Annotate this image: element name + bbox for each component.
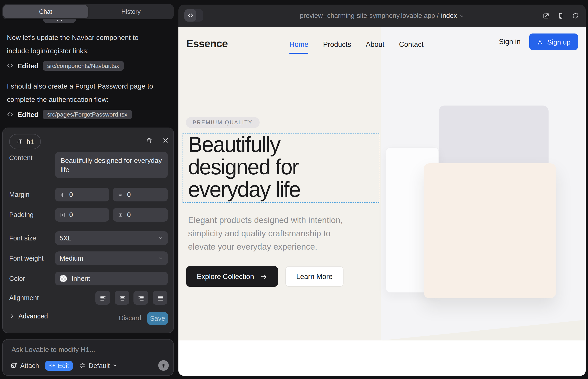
- margin-x-field[interactable]: 0: [55, 188, 109, 201]
- browser-chrome: preview--charming-site-symphony.lovable.…: [178, 5, 586, 27]
- arrow-right-icon: [260, 273, 267, 280]
- site-navbar: Essence Home Products About Contact Sign…: [178, 27, 586, 57]
- margin-y-value: 0: [127, 191, 131, 198]
- sliders-icon: [79, 362, 86, 369]
- premium-quality-badge: PREMIUM QUALITY: [186, 117, 259, 128]
- file-chip[interactable]: src/components/Navbar.tsx: [43, 61, 124, 70]
- align-justify-button[interactable]: [153, 291, 167, 305]
- nav-link-about[interactable]: About: [366, 40, 384, 54]
- font-weight-value: Medium: [60, 255, 83, 262]
- target-icon: [49, 363, 55, 368]
- lovable-app: Chat History Now let's update the Navbar…: [0, 0, 588, 379]
- align-right-button[interactable]: [134, 291, 148, 305]
- chevron-down-icon: [459, 14, 464, 19]
- hero-paragraph: Elegant products designed with intention…: [188, 213, 343, 253]
- open-external-icon[interactable]: [542, 12, 549, 19]
- preview-browser-window: preview--charming-site-symphony.lovable.…: [178, 5, 586, 376]
- chat-composer: Attach Edit Default: [2, 339, 174, 376]
- tab-history[interactable]: History: [88, 4, 174, 19]
- color-select[interactable]: Inherit: [55, 272, 168, 285]
- edited-file-row: Edited src/pages/ForgotPassword.tsx: [7, 109, 132, 119]
- align-center-icon: [119, 294, 125, 301]
- align-left-icon: [99, 294, 106, 301]
- nav-link-home[interactable]: Home: [289, 40, 309, 54]
- margin-vertical-icon: [117, 191, 123, 198]
- user-icon: [537, 38, 543, 45]
- advanced-label: Advanced: [18, 313, 48, 320]
- align-justify-icon: [157, 294, 164, 301]
- align-right-icon: [137, 294, 144, 301]
- arrow-up-icon: [160, 363, 167, 368]
- code-icon: [7, 63, 13, 69]
- chevron-right-icon: [9, 313, 15, 319]
- edited-label: Edited: [17, 62, 39, 69]
- margin-label: Margin: [9, 191, 30, 198]
- chat-message: I should also create a Forgot Password p…: [7, 79, 170, 106]
- alignment-label: Alignment: [9, 294, 39, 301]
- color-swatch: [60, 275, 67, 282]
- chevron-down-icon: [158, 255, 163, 261]
- padding-vertical-icon: [117, 212, 123, 218]
- padding-horizontal-icon: [60, 212, 66, 218]
- composer-input[interactable]: [11, 345, 164, 354]
- align-left-button[interactable]: [95, 291, 110, 305]
- color-value: Inherit: [72, 275, 90, 282]
- save-button[interactable]: Save: [147, 312, 168, 325]
- font-size-label: Font size: [9, 235, 36, 242]
- site-logo[interactable]: Essence: [186, 38, 228, 50]
- padding-label: Padding: [9, 211, 33, 218]
- image-plus-icon: [11, 362, 17, 369]
- url-bar[interactable]: preview--charming-site-symphony.lovable.…: [178, 5, 586, 27]
- hero-heading[interactable]: Beautifullydesigned foreveryday life: [188, 133, 300, 201]
- tab-chat[interactable]: Chat: [3, 5, 88, 18]
- url-prefix: preview--charming-site-symphony.lovable.…: [300, 12, 439, 19]
- refresh-icon[interactable]: [572, 12, 579, 19]
- margin-horizontal-icon: [60, 191, 66, 198]
- decor-card-beige: [424, 163, 556, 298]
- send-button[interactable]: [158, 360, 169, 371]
- nav-link-contact[interactable]: Contact: [399, 40, 424, 54]
- padding-x-field[interactable]: 0: [55, 208, 109, 222]
- font-size-value: 5XL: [60, 235, 72, 242]
- file-chip[interactable]: src/pages/ForgotPassword.tsx: [43, 110, 132, 119]
- edited-file-row: Edited src/components/Navbar.tsx: [7, 61, 124, 71]
- code-icon: [7, 111, 13, 117]
- content-label: Content: [9, 154, 32, 161]
- attach-button[interactable]: Attach: [11, 362, 39, 369]
- edit-mode-pill[interactable]: Edit: [45, 360, 73, 371]
- font-size-select[interactable]: 5XL: [55, 231, 168, 245]
- hero-curve-decoration: [381, 320, 586, 340]
- content-field[interactable]: Beautifully designed for everyday life: [55, 152, 168, 178]
- chat-message: Now let's update the Navbar component to…: [7, 31, 170, 57]
- mode-select[interactable]: Default: [79, 362, 117, 369]
- edited-label: Edited: [17, 110, 39, 118]
- chevron-down-icon: [158, 235, 163, 241]
- chevron-down-icon: [112, 363, 117, 368]
- padding-x-value: 0: [69, 211, 73, 218]
- sign-up-button[interactable]: Sign up: [529, 33, 578, 50]
- mobile-preview-icon[interactable]: [557, 12, 564, 19]
- explore-collection-button[interactable]: Explore Collection: [186, 266, 278, 287]
- nav-links: Home Products About Contact: [289, 40, 424, 54]
- mode-label: Default: [89, 362, 110, 369]
- delete-element-button[interactable]: [146, 137, 153, 144]
- element-tag-pill[interactable]: h1: [9, 134, 41, 149]
- margin-x-value: 0: [69, 191, 73, 198]
- nav-link-products[interactable]: Products: [323, 40, 351, 54]
- align-center-button[interactable]: [115, 291, 129, 305]
- learn-more-button[interactable]: Learn More: [285, 266, 343, 287]
- type-icon: [16, 138, 23, 145]
- learn-more-label: Learn More: [296, 272, 333, 281]
- sign-in-link[interactable]: Sign in: [499, 38, 521, 46]
- attach-label: Attach: [20, 362, 39, 369]
- margin-y-field[interactable]: 0: [113, 188, 168, 201]
- discard-button[interactable]: Discard: [119, 314, 141, 322]
- browser-actions: [542, 5, 579, 27]
- advanced-toggle[interactable]: Advanced: [9, 313, 48, 320]
- font-weight-select[interactable]: Medium: [55, 252, 168, 265]
- sidebar-tabs: Chat History: [2, 4, 174, 19]
- padding-y-value: 0: [127, 211, 131, 218]
- close-editor-button[interactable]: [162, 137, 169, 144]
- composer-toolbar: Attach Edit Default: [11, 360, 169, 371]
- padding-y-field[interactable]: 0: [113, 208, 168, 222]
